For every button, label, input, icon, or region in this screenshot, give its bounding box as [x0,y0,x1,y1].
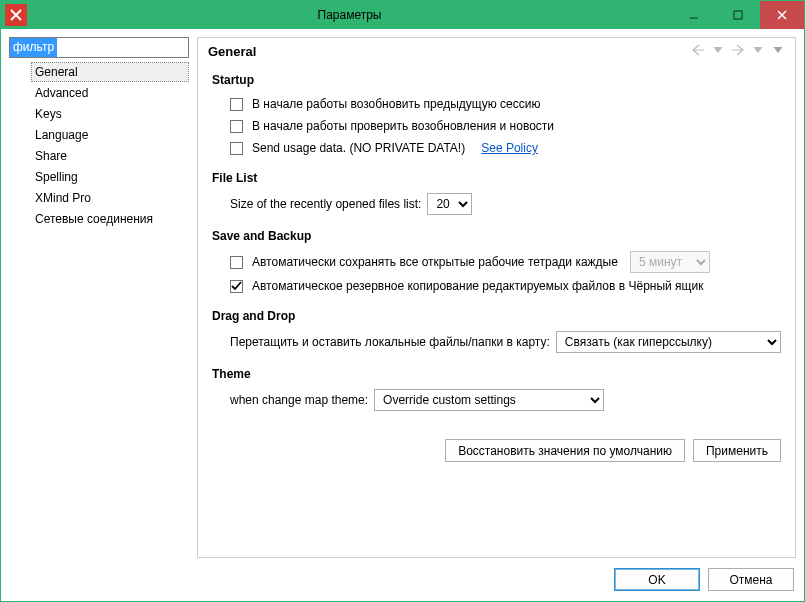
dialog-footer: OK Отмена [9,558,796,593]
restore-defaults-button[interactable]: Восстановить значения по умолчанию [445,439,685,462]
dragdrop-select[interactable]: Связать (как гиперссылку) [556,331,781,353]
tree-item-keys[interactable]: Keys [31,104,189,124]
app-icon [5,4,27,26]
top-area: фильтр // emulate selected text look Gen… [9,37,796,558]
panel-buttons: Восстановить значения по умолчанию Приме… [198,429,795,472]
checkbox-icon[interactable] [230,142,243,155]
checkbox-icon[interactable] [230,256,243,269]
tree-item-advanced[interactable]: Advanced [31,83,189,103]
minimize-button[interactable] [672,1,716,29]
svg-rect-1 [734,11,742,19]
opt-check-label: В начале работы проверить возобновления … [252,117,554,135]
nav-menu-icon[interactable] [771,44,785,59]
theme-label: when change map theme: [230,391,368,409]
theme-select[interactable]: Override custom settings [374,389,604,411]
section-theme-title: Theme [212,367,781,381]
section-dragdrop-title: Drag and Drop [212,309,781,323]
section-save-title: Save and Backup [212,229,781,243]
section-startup-title: Startup [212,73,781,87]
main-panel: General Startup В начале работы возобнов… [197,37,796,558]
cancel-button[interactable]: Отмена [708,568,794,591]
content: Startup В начале работы возобновить пред… [198,69,795,429]
tree-item-xmindpro[interactable]: XMind Pro [31,188,189,208]
section-filelist-title: File List [212,171,781,185]
nav-dropdown-icon[interactable] [711,44,725,59]
theme-row: when change map theme: Override custom s… [230,389,781,411]
filelist-size-row: Size of the recently opened files list: … [230,193,781,215]
dragdrop-label: Перетащить и оставить локальные файлы/па… [230,333,550,351]
page-title: General [208,44,691,59]
close-button[interactable] [760,1,804,29]
opt-send-usage[interactable]: Send usage data. (NO PRIVATE DATA!) See … [230,139,781,157]
autosave-interval-select: 5 минут [630,251,710,273]
opt-resume-label: В начале работы возобновить предыдущую с… [252,95,540,113]
opt-check-updates[interactable]: В начале работы проверить возобновления … [230,117,781,135]
see-policy-link[interactable]: See Policy [481,139,538,157]
nav-back-icon[interactable] [691,44,705,59]
history-nav [691,44,785,59]
filelist-size-label: Size of the recently opened files list: [230,195,421,213]
category-tree: General Advanced Keys Language Share Spe… [9,58,189,230]
window-title: Параметры [27,8,672,22]
titlebar: Параметры [1,1,804,29]
tree-item-general[interactable]: General [31,62,189,82]
main-header: General [198,38,795,69]
tree-item-spelling[interactable]: Spelling [31,167,189,187]
opt-resume-session[interactable]: В начале работы возобновить предыдущую с… [230,95,781,113]
apply-button[interactable]: Применить [693,439,781,462]
opt-blackbox-label: Автоматическое резервное копирование ред… [252,277,703,295]
nav-dropdown2-icon[interactable] [751,44,765,59]
checkbox-icon[interactable] [230,120,243,133]
ok-button[interactable]: OK [614,568,700,591]
preferences-window: Параметры фильтр // emulate selected tex… [0,0,805,602]
tree-item-language[interactable]: Language [31,125,189,145]
opt-autosave[interactable]: Автоматически сохранять все открытые раб… [230,251,781,273]
nav-forward-icon[interactable] [731,44,745,59]
opt-blackbox[interactable]: Автоматическое резервное копирование ред… [230,277,781,295]
checkbox-checked-icon[interactable] [230,280,243,293]
filelist-size-select[interactable]: 20 [427,193,472,215]
dragdrop-row: Перетащить и оставить локальные файлы/па… [230,331,781,353]
sidebar: фильтр // emulate selected text look Gen… [9,37,189,558]
filter-input[interactable] [9,37,189,58]
window-body: фильтр // emulate selected text look Gen… [1,29,804,601]
checkbox-icon[interactable] [230,98,243,111]
tree-item-share[interactable]: Share [31,146,189,166]
window-controls [672,1,804,29]
tree-item-network[interactable]: Сетевые соединения [31,209,189,229]
opt-autosave-label: Автоматически сохранять все открытые раб… [252,253,618,271]
opt-usage-label: Send usage data. (NO PRIVATE DATA!) [252,139,465,157]
maximize-button[interactable] [716,1,760,29]
